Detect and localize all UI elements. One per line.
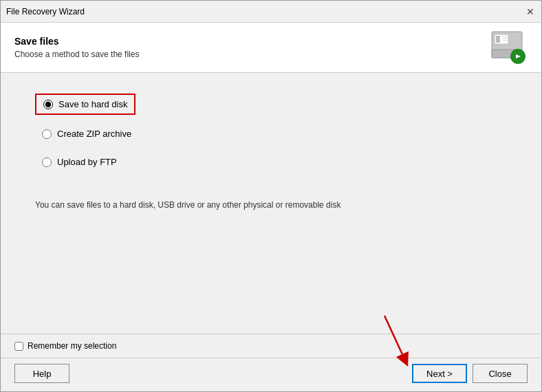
header-text: Save files Choose a method to save the f… (14, 36, 139, 59)
remember-row: Remember my selection (1, 334, 541, 358)
next-button[interactable]: Next > (412, 364, 467, 383)
header-section: Save files Choose a method to save the f… (1, 23, 541, 73)
bottom-section: Remember my selection Help Next > (1, 334, 541, 391)
content-area: Save to hard disk Create ZIP archive Upl… (1, 73, 541, 334)
option-upload-ftp[interactable]: Upload by FTP (35, 153, 507, 171)
save-disk-icon (489, 30, 528, 65)
disk-icon-container (489, 31, 528, 64)
close-button[interactable]: Close (473, 364, 528, 383)
header-subtitle: Choose a method to save the files (14, 50, 139, 59)
radio-save-hard-disk[interactable] (43, 100, 53, 109)
radio-create-zip[interactable] (42, 129, 52, 139)
next-button-wrapper: Next > (412, 364, 467, 383)
option-save-hard-disk[interactable]: Save to hard disk (35, 94, 136, 115)
wizard-window: File Recovery Wizard ✕ Save files Choose… (0, 0, 542, 392)
description-text: You can save files to a hard disk, USB d… (35, 199, 507, 211)
header-title: Save files (14, 36, 139, 47)
option-create-zip[interactable]: Create ZIP archive (35, 124, 507, 143)
label-save-hard-disk[interactable]: Save to hard disk (58, 99, 127, 109)
remember-label[interactable]: Remember my selection (28, 341, 116, 351)
radio-group: Save to hard disk Create ZIP archive Upl… (35, 94, 507, 171)
label-create-zip[interactable]: Create ZIP archive (57, 129, 131, 139)
label-upload-ftp[interactable]: Upload by FTP (57, 157, 117, 167)
button-row: Help Next > Close (1, 358, 541, 391)
close-icon[interactable]: ✕ (525, 6, 536, 17)
radio-upload-ftp[interactable] (42, 157, 52, 167)
title-bar: File Recovery Wizard ✕ (1, 1, 541, 23)
svg-rect-2 (496, 36, 500, 43)
window-title: File Recovery Wizard (6, 7, 85, 17)
help-button[interactable]: Help (14, 364, 69, 383)
remember-checkbox[interactable] (14, 342, 23, 351)
